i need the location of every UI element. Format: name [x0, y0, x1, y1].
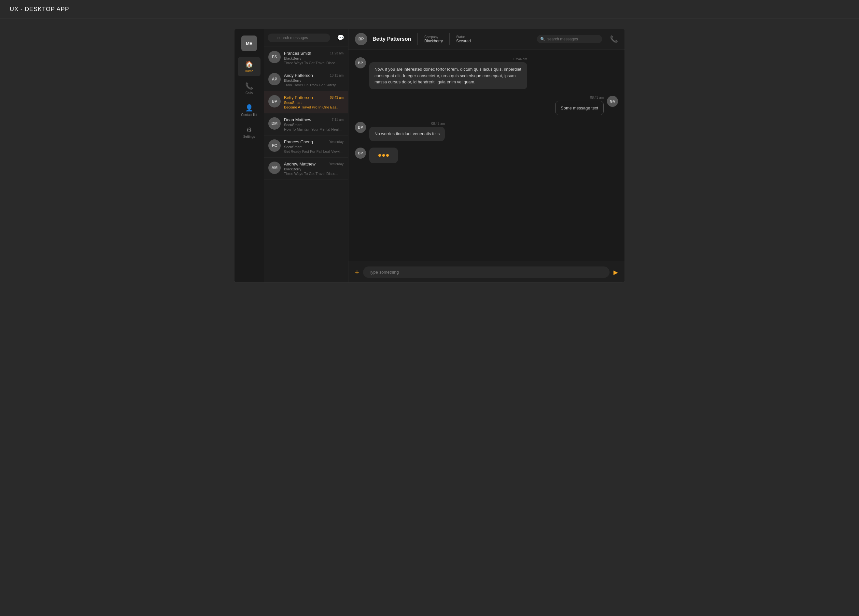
- msg-avatar-bp-3: BP: [355, 122, 366, 133]
- conv-details-bp: Betty Patterson 08:43 am SecuSmart Becom…: [284, 95, 344, 109]
- sidebar-item-home[interactable]: 🏠 Home: [238, 57, 261, 76]
- avatar-ap: AP: [268, 73, 281, 85]
- msg-bubble-wrap-2: 08:43 am Some message text: [555, 96, 604, 116]
- chat-contact-name: Betty Patterson: [373, 36, 411, 42]
- conv-search-bar: 🔍 💬: [264, 29, 348, 47]
- header-divider-2: [449, 33, 450, 45]
- conv-preview: Three Ways To Get Travel Disco...: [284, 172, 344, 175]
- conv-time: Yesterday: [329, 162, 344, 166]
- avatar-am: AM: [268, 161, 281, 174]
- conv-details-ap: Andy Patterson 10:11 am BlackBerry Train…: [284, 73, 344, 87]
- msg-time-1: 07:44 am: [369, 57, 527, 61]
- conv-company: BlackBerry: [284, 56, 344, 60]
- conv-preview: Three Ways To Get Travel Disco...: [284, 61, 344, 65]
- msg-bubble-2: Some message text: [555, 101, 604, 116]
- msg-bubble-wrap-typing: [369, 148, 398, 163]
- sidebar-item-contacts[interactable]: 👤 Contact list: [238, 101, 261, 120]
- conv-name: Andy Patterson: [284, 73, 313, 78]
- conv-name: Dean Matthew: [284, 117, 311, 122]
- conv-search-wrap: 🔍: [268, 34, 334, 42]
- conv-details-fc: Frances Cheng Yesterday SecuSmart Get Re…: [284, 139, 344, 153]
- conversation-list: 🔍 💬 FS Frances Smith 11:23 am BlackBerry…: [264, 29, 348, 283]
- call-button[interactable]: 📞: [610, 35, 618, 43]
- dot-3: [386, 154, 389, 157]
- conv-time: 11:23 am: [330, 52, 344, 55]
- calls-label: Calls: [245, 91, 253, 95]
- sidebar-item-calls[interactable]: 📞 Calls: [238, 79, 261, 98]
- chat-input-area: + ▶: [348, 261, 625, 283]
- conv-preview: Get Ready Fast For Fall Leaf Viewi...: [284, 150, 344, 153]
- conv-item-andrew-matthew[interactable]: AM Andrew Matthew Yesterday BlackBerry T…: [264, 158, 348, 180]
- conv-company: BlackBerry: [284, 167, 344, 171]
- conv-search-input[interactable]: [268, 34, 330, 42]
- conv-item-dean-matthew[interactable]: DM Dean Matthew 7:11 am SecuSmart How To…: [264, 113, 348, 136]
- contacts-label: Contact list: [241, 113, 257, 117]
- page-title-bar: UX - DESKTOP APP: [0, 0, 859, 19]
- conv-time: 7:11 am: [332, 118, 344, 122]
- chat-panel: BP Betty Patterson Company Blackberry St…: [348, 29, 625, 283]
- msg-avatar-bp-1: BP: [355, 57, 366, 69]
- conv-company: SecuSmart: [284, 101, 344, 105]
- conv-name: Betty Patterson: [284, 95, 313, 100]
- chat-messages: BP 07:44 am Now, if you are interested d…: [348, 50, 625, 261]
- chat-status-meta: Status Secured: [456, 35, 471, 43]
- avatar-fs: FS: [268, 51, 281, 63]
- conv-details-fs: Frances Smith 11:23 am BlackBerry Three …: [284, 51, 344, 65]
- conv-details-am: Andrew Matthew Yesterday BlackBerry Thre…: [284, 161, 344, 175]
- conv-time: 08:43 am: [330, 96, 344, 99]
- company-value: Blackberry: [424, 39, 443, 43]
- settings-label: Settings: [243, 135, 255, 138]
- company-label: Company: [424, 35, 443, 39]
- send-button[interactable]: ▶: [614, 269, 618, 276]
- msg-time-2: 08:43 am: [590, 96, 604, 99]
- conv-preview: Train Travel On Track For Safety: [284, 83, 344, 87]
- conv-company: SecuSmart: [284, 123, 344, 127]
- page-title: UX - DESKTOP APP: [10, 6, 849, 13]
- msg-avatar-bp-typing: BP: [355, 148, 366, 159]
- message-input[interactable]: [363, 266, 609, 278]
- message-row-1: BP 07:44 am Now, if you are interested d…: [355, 57, 618, 89]
- home-label: Home: [245, 69, 254, 73]
- typing-bubble: [369, 148, 398, 163]
- avatar-dm: DM: [268, 117, 281, 130]
- chat-company-meta: Company Blackberry: [424, 35, 443, 43]
- msg-bubble-3: No worries tincidunt venenatis felis: [369, 127, 445, 141]
- chat-header-avatar: BP: [355, 33, 367, 45]
- settings-icon: ⚙: [246, 126, 252, 134]
- compose-button[interactable]: 💬: [337, 34, 344, 41]
- header-divider-1: [417, 33, 418, 45]
- dot-2: [382, 154, 385, 157]
- sidebar-item-settings[interactable]: ⚙ Settings: [238, 122, 261, 142]
- conv-company: BlackBerry: [284, 78, 344, 83]
- conv-time: Yesterday: [329, 140, 344, 144]
- chat-search-wrap: 🔍: [537, 35, 602, 43]
- conv-name: Andrew Matthew: [284, 161, 315, 166]
- conv-item-betty-patterson[interactable]: BP Betty Patterson 08:43 am SecuSmart Be…: [264, 91, 348, 113]
- home-icon: 🏠: [245, 60, 253, 68]
- msg-avatar-ga: GA: [607, 96, 618, 107]
- msg-time-3: 08:43 am: [369, 122, 445, 125]
- conv-time: 10:11 am: [330, 73, 344, 77]
- conv-list: FS Frances Smith 11:23 am BlackBerry Thr…: [264, 47, 348, 283]
- status-label: Status: [456, 35, 471, 39]
- chat-search-input[interactable]: [537, 35, 602, 43]
- msg-bubble-wrap-1: 07:44 am Now, if you are interested done…: [369, 57, 527, 89]
- chat-header: BP Betty Patterson Company Blackberry St…: [348, 29, 625, 50]
- message-row-2: GA 08:43 am Some message text: [355, 96, 618, 116]
- conv-preview: Become A Travel Pro In One Eas..: [284, 105, 344, 109]
- conv-details-dm: Dean Matthew 7:11 am SecuSmart How To Ma…: [284, 117, 344, 131]
- conv-item-frances-cheng[interactable]: FC Frances Cheng Yesterday SecuSmart Get…: [264, 136, 348, 158]
- msg-bubble-1: Now, if you are interested donec tortor …: [369, 62, 527, 89]
- conv-item-frances-smith[interactable]: FS Frances Smith 11:23 am BlackBerry Thr…: [264, 47, 348, 69]
- chat-search-icon: 🔍: [540, 37, 545, 41]
- user-avatar: ME: [241, 36, 257, 51]
- app-container: ME 🏠 Home 📞 Calls 👤 Contact list ⚙ Setti…: [234, 29, 625, 283]
- conv-name: Frances Smith: [284, 51, 311, 56]
- conv-item-andy-patterson[interactable]: AP Andy Patterson 10:11 am BlackBerry Tr…: [264, 69, 348, 91]
- message-row-typing: BP: [355, 148, 618, 163]
- avatar-bp: BP: [268, 95, 281, 108]
- avatar-fc: FC: [268, 139, 281, 152]
- conv-company: SecuSmart: [284, 145, 344, 149]
- add-attachment-button[interactable]: +: [355, 268, 359, 277]
- msg-bubble-wrap-3: 08:43 am No worries tincidunt venenatis …: [369, 122, 445, 141]
